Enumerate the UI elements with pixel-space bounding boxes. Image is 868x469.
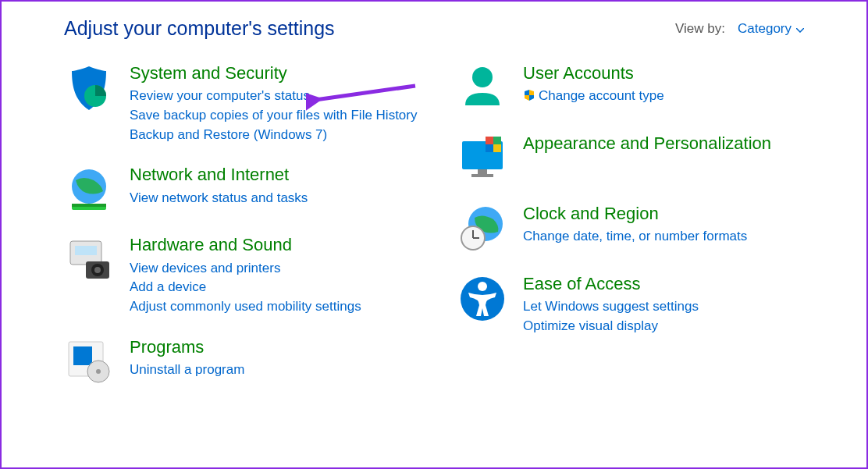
programs-icon	[64, 337, 114, 387]
svg-point-12	[96, 369, 101, 374]
category-link[interactable]: Review your computer's status	[130, 87, 426, 106]
category-link[interactable]: Optimize visual display	[523, 317, 820, 336]
svg-point-26	[478, 282, 487, 291]
category-clock-and-region: Clock and Region Change date, time, or n…	[457, 204, 820, 254]
svg-rect-10	[73, 346, 92, 365]
category-appearance-and-personalization: Appearance and Personalization	[457, 133, 820, 183]
viewby-value-text: Category	[738, 21, 792, 37]
monitor-icon	[457, 133, 507, 183]
category-title[interactable]: Ease of Access	[523, 274, 820, 294]
page-title: Adjust your computer's settings	[64, 17, 335, 40]
clock-globe-icon	[457, 204, 507, 254]
category-title[interactable]: System and Security	[130, 63, 426, 83]
categories-grid: System and Security Review your computer…	[2, 48, 866, 387]
category-link[interactable]: View network status and tasks	[130, 189, 426, 208]
svg-rect-18	[493, 137, 501, 144]
category-link[interactable]: Save backup copies of your files with Fi…	[130, 106, 426, 126]
category-ease-of-access: Ease of Access Let Windows suggest setti…	[457, 274, 820, 336]
category-programs: Programs Uninstall a program	[64, 337, 426, 387]
svg-point-13	[472, 67, 493, 87]
svg-rect-3	[72, 204, 106, 207]
category-link[interactable]: View devices and printers	[130, 259, 426, 279]
category-title[interactable]: User Accounts	[523, 63, 820, 83]
category-network-and-internet: Network and Internet View network status…	[64, 165, 426, 215]
left-column: System and Security Review your computer…	[64, 63, 426, 387]
category-link[interactable]: Uninstall a program	[130, 361, 426, 380]
svg-rect-19	[486, 144, 493, 152]
printer-camera-icon	[64, 235, 114, 285]
category-link[interactable]: Change account type	[523, 87, 820, 108]
viewby-dropdown[interactable]: Category	[738, 21, 804, 37]
category-link[interactable]: Backup and Restore (Windows 7)	[130, 126, 426, 145]
shield-icon	[64, 63, 114, 113]
category-title[interactable]: Hardware and Sound	[130, 235, 426, 255]
category-title[interactable]: Appearance and Personalization	[523, 133, 820, 154]
globe-icon	[64, 165, 114, 215]
category-hardware-and-sound: Hardware and Sound View devices and prin…	[64, 235, 426, 316]
chevron-down-icon	[796, 21, 804, 37]
category-link[interactable]: Let Windows suggest settings	[523, 297, 820, 317]
svg-rect-5	[75, 246, 97, 255]
category-title[interactable]: Network and Internet	[130, 165, 426, 185]
svg-rect-17	[486, 137, 493, 144]
accessibility-icon	[457, 274, 507, 324]
svg-rect-16	[471, 174, 493, 177]
category-title[interactable]: Clock and Region	[523, 204, 820, 224]
svg-rect-15	[478, 169, 487, 174]
svg-rect-20	[493, 144, 501, 152]
category-title[interactable]: Programs	[130, 337, 426, 357]
svg-point-8	[94, 267, 101, 273]
category-link[interactable]: Change date, time, or number formats	[523, 227, 820, 247]
category-link[interactable]: Adjust commonly used mobility settings	[130, 297, 426, 317]
category-link-text: Change account type	[539, 88, 664, 103]
right-column: User Accounts Change account type	[457, 63, 820, 387]
viewby-label: View by:	[675, 21, 725, 37]
uac-shield-icon	[523, 88, 535, 108]
viewby: View by: Category	[675, 21, 804, 37]
header: Adjust your computer's settings View by:…	[2, 2, 866, 48]
category-user-accounts: User Accounts Change account type	[457, 63, 820, 113]
user-icon	[457, 63, 507, 113]
category-link[interactable]: Add a device	[130, 278, 426, 297]
category-system-and-security: System and Security Review your computer…	[64, 63, 426, 144]
